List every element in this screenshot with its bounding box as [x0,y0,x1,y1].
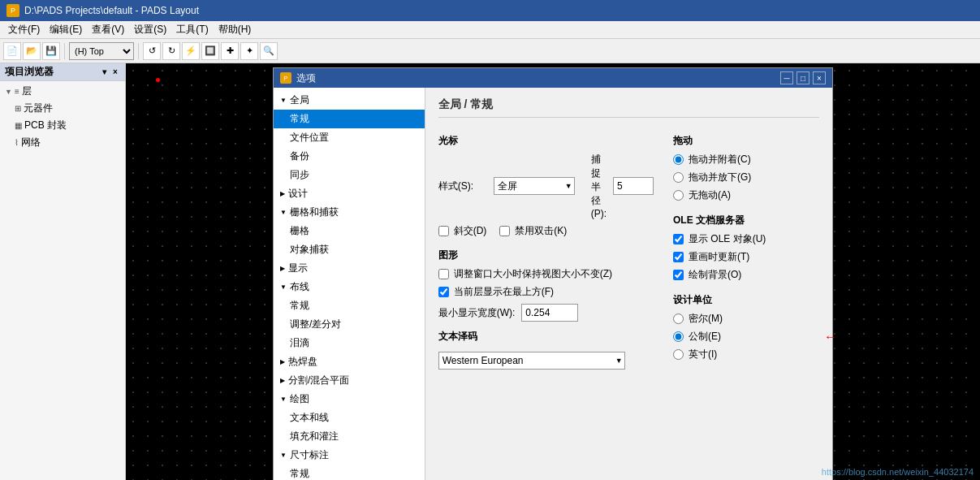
toolbar: 📄 📂 💾 (H) Top ↺ ↻ ⚡ 🔲 ✚ ✦ 🔍 [0,39,980,63]
pcb-icon: ▦ [15,121,22,130]
route-btn[interactable]: ⚡ [182,42,200,60]
inch-radio[interactable] [673,349,684,360]
layer-select[interactable]: (H) Top [69,42,134,60]
panel-close-btn[interactable]: × [110,67,120,77]
dtree-dimension[interactable]: ▼ 尺寸标注 [274,446,425,465]
tree-item-network[interactable]: ⌇ 网络 [2,134,123,151]
dtree-drawing[interactable]: ▼ 绘图 [274,390,425,409]
new-btn[interactable]: 📄 [3,42,21,60]
menu-tools[interactable]: 工具(T) [171,21,213,38]
menu-edit[interactable]: 编辑(E) [45,21,87,38]
options-dialog: P 选项 ─ □ × [273,67,833,480]
settings-panel: 全局 / 常规 光标 样式(S): [425,88,832,480]
dialog-title-bar: P 选项 ─ □ × [274,68,832,88]
style-select[interactable]: 全屏 [494,177,575,195]
dtree-drawing-label: 绘图 [290,392,309,406]
dtree-file-loc[interactable]: 文件位置 [274,128,425,147]
drag-stick-radio[interactable] [673,154,684,165]
dtree-sync-label: 同步 [290,168,309,182]
metric-radio[interactable] [673,331,684,342]
dtree-fill[interactable]: 填充和灌注 [274,427,425,446]
dtree-routing[interactable]: ▼ 布线 [274,278,425,296]
tree-item-components[interactable]: ⊞ 元器件 [2,100,123,117]
dtree-design[interactable]: ▶ 设计 [274,184,425,203]
mil-label: 密尔(M) [689,312,723,326]
menu-view[interactable]: 查看(V) [87,21,129,38]
redraw-row: 重画时更新(T) [673,250,819,264]
dtree-backup[interactable]: 备份 [274,147,425,166]
dtree-r-normal[interactable]: 常规 [274,296,425,315]
show-ole-checkbox[interactable] [673,234,684,244]
mil-radio[interactable] [673,314,684,324]
graphics-section-label: 图形 [438,249,654,262]
menu-file[interactable]: 文件(F) [3,21,45,38]
drag-section-label: 拖动 [673,134,819,148]
capture-radius-input[interactable] [613,177,654,195]
dtree-normal[interactable]: 常规 [274,110,425,128]
title-bar: P D:\PADS Projects\default - PADS Layout [0,0,980,21]
dtree-display-label: 显示 [288,262,308,275]
zoom-btn[interactable]: 🔍 [260,42,278,60]
menu-help[interactable]: 帮助(H) [214,21,257,38]
dialog-body: ▼ 全局 常规 文件位置 备份 [274,88,832,480]
tree-label-layers: 层 [22,84,32,98]
dtree-routing-label: 布线 [290,280,309,294]
open-btn[interactable]: 📂 [23,42,41,60]
save-btn[interactable]: 💾 [42,42,60,60]
panel-pin-btn[interactable]: ▾ [99,67,109,77]
resize-checkbox[interactable] [438,269,449,279]
tree-item-pcb[interactable]: ▦ PCB 封装 [2,117,123,134]
dtree-teardrop[interactable]: 泪滴 [274,334,425,352]
dialog-icon: P [280,72,291,84]
redo-btn[interactable]: ↻ [162,42,180,60]
tree-item-layers[interactable]: ▼ ≡ 层 [2,83,123,100]
project-browser: 项目浏览器 ▾ × ▼ ≡ 层 ⊞ 元器件 ▦ PCB 封装 [0,63,126,480]
dtree-text-line[interactable]: 文本和线 [274,409,425,427]
encoding-select[interactable]: Western European [438,352,625,370]
diagonal-checkbox[interactable] [438,226,449,236]
dialog-maximize-btn[interactable]: □ [797,71,809,84]
dtree-split-plane[interactable]: ▶ 分割/混合平面 [274,371,425,390]
min-display-row: 最小显示宽度(W): [438,304,654,322]
dtree-r-diff[interactable]: 调整/差分对 [274,315,425,334]
dialog-title-controls: ─ □ × [780,71,826,84]
tree-label-network: 网络 [21,136,41,149]
undo-btn[interactable]: ↺ [143,42,161,60]
inch-label: 英寸(I) [689,348,717,361]
dialog-title-text: 选项 [296,71,316,85]
dtree-global[interactable]: ▼ 全局 [274,91,425,110]
no-drag-radio[interactable] [673,190,684,201]
drag-stick-label: 拖动并附着(C) [689,153,751,166]
draw-bg-label: 绘制背景(O) [689,268,741,282]
main-content: 项目浏览器 ▾ × ▼ ≡ 层 ⊞ 元器件 ▦ PCB 封装 [0,63,980,480]
dtree-sync[interactable]: 同步 [274,166,425,184]
style-select-wrapper: 全屏 ▼ [494,177,575,195]
draw-bg-row: 绘制背景(O) [673,268,819,282]
dtree-obj-capture[interactable]: 对象捕获 [274,240,425,259]
metric-label: 公制(E) [689,330,721,344]
component-btn[interactable]: 🔲 [201,42,219,60]
current-layer-checkbox[interactable] [438,287,449,297]
min-display-input[interactable] [521,304,578,322]
expand-split-icon: ▶ [280,377,285,384]
unit-radio-group: 密尔(M) 公制(E) 英寸(I) [673,312,819,361]
app-icon: P [6,4,19,17]
dtree-thermal[interactable]: ▶ 热焊盘 [274,352,425,371]
dialog-close-btn[interactable]: × [813,71,826,84]
menu-settings[interactable]: 设置(S) [129,21,171,38]
dialog-minimize-btn[interactable]: ─ [780,71,793,84]
dtree-text-line-label: 文本和线 [290,411,329,425]
dtree-grid[interactable]: 栅格 [274,222,425,240]
dtree-d-normal[interactable]: 常规 [274,465,425,480]
dtree-file-loc-label: 文件位置 [290,131,329,145]
layers-icon: ≡ [15,87,19,96]
draw-bg-checkbox[interactable] [673,270,684,280]
drag-drop-radio[interactable] [673,172,684,183]
canvas-area: ↑ P 选项 ─ □ × [126,63,980,480]
double-click-checkbox[interactable] [499,226,510,236]
dtree-display[interactable]: ▶ 显示 [274,259,425,278]
drc-btn[interactable]: ✦ [240,42,258,60]
redraw-checkbox[interactable] [673,252,684,262]
dtree-grid-capture[interactable]: ▼ 栅格和捕获 [274,203,425,222]
add-btn[interactable]: ✚ [221,42,239,60]
